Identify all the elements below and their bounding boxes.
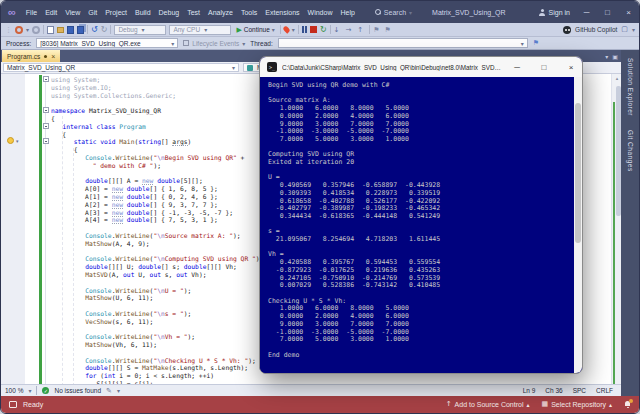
chevron-down-icon: ▾ [117,387,120,394]
bookmark-button[interactable]: ⚑ [373,26,381,34]
tab-program-cs[interactable]: Program.cs × [2,50,60,62]
process-dropdown[interactable]: [8036] Matrix_SVD_Using_QR.exe ▾ [36,38,178,48]
save-all-button[interactable] [77,26,84,34]
copilot-chat-icon[interactable]: ▢ [621,26,628,33]
github-copilot-button[interactable]: GitHub Copilot ▢ ▾ [563,26,635,34]
step-over-button[interactable]: → [345,26,354,34]
collapse-toggle[interactable] [43,76,49,82]
search-control[interactable]: Search ▾ [369,7,418,18]
open-file-button[interactable] [57,27,64,33]
next-bookmark-button[interactable]: ⚑ [384,26,392,34]
step-out-button[interactable]: ↑ [357,26,366,34]
menu-item-build[interactable]: Build [131,6,155,19]
float-window-icon[interactable]: ▣ [612,53,618,60]
menu-item-window[interactable]: Window [304,6,337,19]
toolbar-grip[interactable]: ⋮ [5,26,12,34]
editor-scrollbar[interactable]: ▴ ▾ [611,74,621,396]
console-minimize-button[interactable]: ─ [506,57,528,77]
line-indicator[interactable]: Ln 9 [523,387,536,394]
restart-button[interactable]: ↻ [320,26,327,34]
notifications-bell-icon[interactable] [624,401,631,408]
menu-item-tools[interactable]: Tools [237,6,261,19]
copilot-icon [563,26,571,34]
solution-platform-dropdown[interactable]: Any CPU▾ [169,25,231,35]
add-to-source-control-button[interactable]: ↑ Add to Source Control ▴ [446,401,530,408]
eol-indicator[interactable]: CRLF [596,387,613,394]
search-icon [375,9,381,15]
code-cleanup-button[interactable]: ✎ [106,387,112,395]
minimize-button[interactable]: ─ [576,1,597,23]
divider [369,25,370,34]
sign-in-button[interactable]: Sign in [533,7,576,18]
menu-item-extensions[interactable]: Extensions [261,6,303,19]
console-output: Begin SVD using QR demo with C# Source m… [260,77,582,373]
start-profile-button[interactable] [15,26,23,34]
title-bar: ∞ FileEditViewGitProjectBuildDebugTestAn… [1,1,639,23]
scroll-up-icon[interactable]: ▴ [612,75,621,81]
menu-item-debug[interactable]: Debug [155,6,184,19]
menu-item-edit[interactable]: Edit [41,6,61,19]
console-icon: >_ [267,62,277,72]
divider [330,25,331,34]
chevron-down-icon: ▾ [28,387,31,394]
select-repository-button[interactable]: ▦ Select Repository ▴ [542,401,613,408]
console-title-bar[interactable]: >_ C:\Data\Junk\CSharp\Matrix_SVD_Using_… [260,57,582,77]
menu-item-test[interactable]: Test [183,6,204,19]
tab-git-changes[interactable]: Git Changes [627,130,634,172]
collapse-toggle[interactable] [43,138,49,144]
breakpoint-margin[interactable] [1,74,25,396]
redo-button[interactable]: ↻ [101,26,108,34]
chevron-down-icon: ▾ [409,9,412,16]
hot-reload-button[interactable] [282,25,290,33]
collapse-toggle[interactable] [43,107,49,113]
close-tab-icon[interactable]: × [51,53,55,60]
step-into-button[interactable]: ↓ [334,26,343,34]
play-icon: ▶ [236,26,241,34]
right-tool-strip: Solution Explorer Git Changes [621,50,639,396]
console-scrollbar[interactable] [574,77,582,373]
divider [110,25,111,34]
console-maximize-button[interactable]: □ [533,57,555,77]
zoom-level-dropdown[interactable]: 100 % [5,387,23,394]
chevron-down-icon: ▾ [292,26,295,33]
tab-solution-explorer[interactable]: Solution Explorer [627,58,634,116]
console-scrollbar-thumb[interactable] [575,103,581,243]
chevron-up-icon: ▴ [609,401,612,408]
menu-item-help[interactable]: Help [336,6,358,19]
console-title-text: C:\Data\Junk\CSharp\Matrix_SVD_Using_QR\… [282,64,501,71]
repository-icon: ▦ [542,401,549,408]
project-dropdown[interactable]: Matrix_SVD_Using_QR ▾ [3,63,239,72]
column-indicator[interactable]: Ch 36 [545,387,562,394]
menu-item-project[interactable]: Project [101,6,131,19]
flag-thread-icon[interactable]: ⚑ [533,39,539,47]
maximize-button[interactable]: □ [597,1,618,23]
chevron-down-icon: ▾ [242,40,245,47]
space-indicator[interactable]: SPC [573,387,586,394]
break-all-button[interactable] [302,26,307,33]
menu-item-view[interactable]: View [61,6,84,19]
notification-badge [629,399,633,403]
new-file-button[interactable] [47,26,54,34]
lifecycle-events-button[interactable]: Lifecycle Events ▾ [183,40,245,47]
person-icon [539,9,546,16]
menu-item-git[interactable]: Git [84,6,101,19]
console-close-button[interactable]: × [560,57,582,77]
collapse-toggle[interactable] [43,123,49,129]
lightbulb-icon[interactable] [7,137,14,144]
solution-configuration-dropdown[interactable]: Debug▾ [114,25,166,35]
scrollbar-thumb[interactable] [616,86,621,216]
stop-debugging-button[interactable] [310,26,317,33]
menu-item-analyze[interactable]: Analyze [204,6,237,19]
save-button[interactable] [67,26,74,34]
thread-dropdown[interactable]: ▾ [278,38,528,48]
track-changes-bar [39,75,42,395]
undo-button[interactable]: ↺ [91,26,98,34]
menu-item-file[interactable]: File [22,6,41,19]
close-button[interactable]: × [618,1,639,23]
console-window: >_ C:\Data\Junk\CSharp\Matrix_SVD_Using_… [259,56,583,374]
pin-icon[interactable] [44,55,47,58]
tab-list-dropdown-icon[interactable]: ▾ [605,53,608,60]
navigate-back-button[interactable] [32,26,40,34]
continue-button[interactable]: ▶ Continue ▾ [234,26,276,34]
issues-status[interactable]: No issues found [54,387,101,394]
